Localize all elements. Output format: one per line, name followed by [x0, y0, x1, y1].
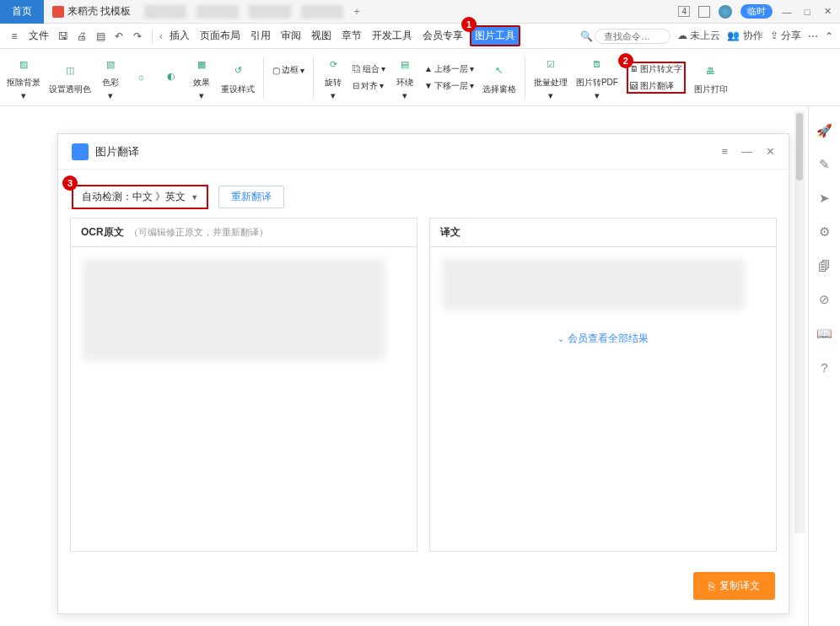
layer-up-button[interactable]: ▲ 上移一层 ▾ — [424, 63, 474, 75]
contrast-button[interactable]: ◐ — [160, 66, 182, 89]
undo-icon[interactable]: ↶ — [111, 29, 127, 44]
menu-view[interactable]: 视图 — [308, 27, 335, 45]
scrollbar-thumb[interactable] — [796, 113, 803, 181]
reset-style-button[interactable]: ↺重设样式 — [221, 60, 255, 95]
tab-doc-blur[interactable] — [249, 5, 291, 19]
tab-template[interactable]: 来稻壳 找模板 — [44, 1, 139, 22]
pic-translate-button[interactable]: 🗟 图片翻译 — [630, 80, 682, 92]
translate-panel-icon — [72, 143, 89, 160]
menu-reference[interactable]: 引用 — [247, 27, 274, 45]
more-icon[interactable]: ⋯ — [808, 30, 818, 42]
menu-icon[interactable]: ≡ — [7, 29, 22, 44]
batch-button[interactable]: ☑批量处理 ▾ — [534, 53, 568, 101]
align-button[interactable]: ⊟ 对齐 ▾ — [353, 80, 385, 92]
layer-up-icon: ▲ — [424, 64, 433, 73]
command-search-input[interactable] — [595, 29, 670, 44]
menu-devtools[interactable]: 开发工具 — [369, 27, 416, 45]
transparent-button[interactable]: ◫设置透明色 — [49, 60, 91, 95]
contrast-icon: ◐ — [160, 66, 182, 88]
panel-minimize-icon[interactable]: — — [741, 145, 752, 158]
ocr-textarea[interactable] — [71, 247, 417, 551]
translate-group: 2 🗎 图片转文字 🗟 图片翻译 — [627, 62, 686, 94]
select-pane-button[interactable]: ↖选择窗格 — [482, 60, 516, 95]
ocr-header: OCR原文 （可编辑修正原文，并重新翻译） — [71, 219, 417, 247]
member-link[interactable]: ⌄ 会员查看全部结果 — [442, 332, 764, 346]
chevron-down-icon: ⌄ — [557, 334, 564, 343]
file-menu[interactable]: 文件 — [25, 27, 52, 45]
ocr-column: OCR原文 （可编辑修正原文，并重新翻译） — [70, 218, 417, 552]
close-icon[interactable]: ✕ — [821, 6, 833, 18]
pencil-icon[interactable]: ✎ — [817, 157, 832, 172]
group-icon: ⿻ — [353, 64, 361, 73]
menu-insert[interactable]: 插入 — [166, 27, 193, 45]
member-link-label: 会员查看全部结果 — [568, 332, 649, 346]
menu-review[interactable]: 审阅 — [277, 27, 304, 45]
titlebar: 首页 来稻壳 找模板 + 4 临时 — □ ✕ — [0, 0, 840, 24]
redo-icon[interactable]: ↷ — [130, 29, 145, 44]
tab-doc-blur[interactable] — [197, 5, 239, 19]
ocr-hint: （可编辑修正原文，并重新翻译） — [129, 226, 268, 239]
translation-title: 译文 — [440, 225, 460, 240]
avatar[interactable] — [719, 5, 732, 19]
book-icon[interactable]: 📖 — [817, 326, 832, 341]
color-button[interactable]: ▧色彩 ▾ — [100, 53, 121, 101]
menu-member[interactable]: 会员专享 — [419, 27, 466, 45]
menu-picture-tools[interactable]: 1 图片工具 — [470, 25, 520, 46]
minimize-icon[interactable]: — — [781, 6, 793, 18]
border-button[interactable]: ▢ 边框 ▾ — [272, 64, 304, 76]
effect-button[interactable]: ▩效果 ▾ — [191, 53, 213, 101]
language-selector[interactable]: 3 自动检测：中文 》英文 ▼ — [72, 185, 208, 209]
collab-button[interactable]: 👥 协作 — [727, 29, 762, 43]
panel-title: 图片翻译 — [95, 144, 139, 159]
tab-doc-blur[interactable] — [301, 5, 343, 19]
pic-to-pdf-button[interactable]: 🖺图片转PDF ▾ — [576, 53, 618, 101]
brightness-button[interactable]: ☼ — [130, 66, 152, 89]
vertical-scrollbar[interactable] — [794, 111, 805, 533]
collab-icon: 👥 — [727, 30, 740, 41]
group-button[interactable]: ⿻ 组合 ▾ — [353, 63, 385, 75]
layers-icon[interactable]: 🗐 — [817, 258, 832, 273]
preview-icon[interactable]: ▤ — [93, 29, 108, 44]
layer-down-button[interactable]: ▼ 下移一层 ▾ — [424, 80, 474, 92]
menu-chapter[interactable]: 章节 — [338, 27, 365, 45]
rotate-button[interactable]: ⟳旋转 ▾ — [322, 53, 344, 101]
maximize-icon[interactable]: □ — [801, 6, 813, 18]
panel-menu-icon[interactable]: ≡ — [721, 145, 728, 158]
callout-3: 3 — [62, 175, 78, 191]
expand-icon[interactable]: ⌃ — [825, 30, 833, 42]
ocr-title: OCR原文 — [81, 225, 124, 240]
share-button[interactable]: ⇪ 分享 — [770, 29, 801, 43]
chevron-down-icon: ▼ — [191, 193, 198, 202]
grid-count-badge[interactable]: 4 — [678, 6, 690, 17]
copy-translation-button[interactable]: ⎘ 复制译文 — [693, 572, 775, 600]
cloud-status[interactable]: ☁ 未上云 — [677, 29, 720, 43]
tab-doc-blur[interactable] — [144, 5, 186, 19]
panel-close-icon[interactable]: ✕ — [766, 145, 775, 158]
blurred-text — [442, 259, 745, 310]
pic-to-text-button[interactable]: 🗎 图片转文字 — [630, 63, 682, 75]
retranslate-button[interactable]: 重新翻译 — [218, 186, 284, 208]
settings-icon[interactable]: ⚙ — [817, 224, 832, 240]
panel-controls: 3 自动检测：中文 》英文 ▼ 重新翻译 — [58, 170, 789, 218]
wrap-button[interactable]: ▤环绕 ▾ — [394, 53, 416, 101]
add-tab-icon[interactable]: + — [353, 5, 360, 18]
temp-badge[interactable]: 临时 — [740, 4, 773, 19]
app-grid-icon[interactable] — [698, 6, 710, 18]
stop-icon[interactable]: ⊘ — [817, 292, 832, 307]
save-icon[interactable]: 🖫 — [56, 29, 71, 44]
translation-column: 译文 ⌄ 会员查看全部结果 — [429, 218, 777, 552]
help-icon[interactable]: ? — [817, 359, 832, 375]
palette-icon: ▧ — [100, 53, 121, 75]
remove-bg-button[interactable]: ▨抠除背景 ▾ — [7, 53, 40, 101]
ribbon: ▨抠除背景 ▾ ◫设置透明色 ▧色彩 ▾ ☼ ◐ ▩效果 ▾ ↺重设样式 ▢ 边… — [0, 49, 840, 106]
cursor-icon[interactable]: ➤ — [817, 191, 832, 206]
menu-picture-tools-label: 图片工具 — [475, 30, 515, 41]
border-icon: ▢ — [272, 66, 280, 75]
print-icon[interactable]: 🖨 — [74, 29, 89, 44]
pic-print-button[interactable]: 🖶图片打印 — [694, 60, 728, 95]
batch-icon: ☑ — [540, 53, 562, 75]
rocket-icon[interactable]: 🚀 — [817, 123, 832, 138]
transparent-icon: ◫ — [59, 60, 81, 82]
menu-layout[interactable]: 页面布局 — [197, 27, 244, 45]
tab-home[interactable]: 首页 — [0, 0, 44, 24]
